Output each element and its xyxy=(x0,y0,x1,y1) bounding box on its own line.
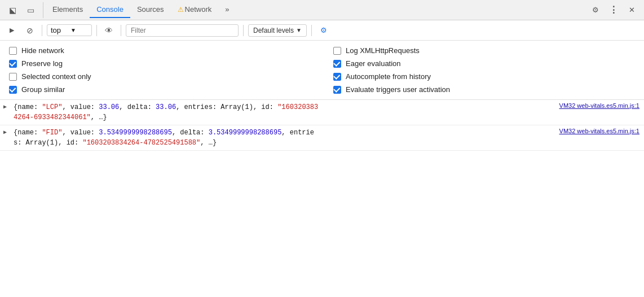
context-select[interactable]: top ▼ xyxy=(47,24,92,36)
checkbox-hide-network[interactable] xyxy=(9,47,17,55)
levels-label: Default levels xyxy=(253,27,294,34)
option-preserve-log[interactable]: Preserve log xyxy=(9,59,311,68)
option-selected-context[interactable]: Selected context only xyxy=(9,72,311,81)
checkbox-log-xmlhttp[interactable] xyxy=(333,47,341,55)
tab-bar: ⬕ ▭ Elements Console Sources ⚠Network » … xyxy=(0,0,644,20)
option-autocomplete[interactable]: Autocomplete from history xyxy=(333,72,635,81)
options-panel: Hide network Log XMLHttpRequests Preserv… xyxy=(0,41,644,100)
warning-icon: ⚠ xyxy=(178,6,184,14)
toolbar-divider-1 xyxy=(42,25,42,36)
option-selected-context-label: Selected context only xyxy=(21,72,91,81)
more-options-button[interactable]: ⋮ xyxy=(606,2,621,18)
option-evaluate-triggers-label: Evaluate triggers user activation xyxy=(346,85,450,94)
option-log-xmlhttp[interactable]: Log XMLHttpRequests xyxy=(333,46,635,55)
checkbox-autocomplete[interactable] xyxy=(333,73,341,81)
tab-more[interactable]: » xyxy=(218,2,236,18)
chevron-down-icon: ▼ xyxy=(70,27,88,33)
cursor-icon-button[interactable]: ⬕ xyxy=(5,2,20,18)
context-value: top xyxy=(51,26,68,34)
console-entry-lcp: ▶ VM32 web-vitals.es5.min.js:1 {name: "L… xyxy=(0,100,644,125)
close-button[interactable]: ✕ xyxy=(624,2,639,18)
eye-button[interactable]: 👁 xyxy=(102,23,116,38)
checkbox-evaluate-triggers[interactable] xyxy=(333,86,341,94)
expand-arrow-fid[interactable]: ▶ xyxy=(3,128,7,137)
option-hide-network[interactable]: Hide network xyxy=(9,46,311,55)
option-eager-eval[interactable]: Eager evaluation xyxy=(333,59,635,68)
tab-icon-group: ⬕ ▭ xyxy=(5,2,43,18)
filter-input[interactable] xyxy=(126,24,239,37)
tab-right-icons: ⚙ ⋮ ✕ xyxy=(588,2,639,18)
device-icon: ▭ xyxy=(27,6,34,15)
toolbar-divider-5 xyxy=(311,25,312,36)
option-autocomplete-label: Autocomplete from history xyxy=(346,72,431,81)
option-eager-eval-label: Eager evaluation xyxy=(346,59,401,68)
settings-gear-button[interactable]: ⚙ xyxy=(316,23,331,38)
eye-icon: 👁 xyxy=(105,26,113,35)
stop-recording-button[interactable]: ▶ xyxy=(5,23,19,38)
dots-vertical-icon: ⋮ xyxy=(609,5,618,15)
checkbox-selected-context[interactable] xyxy=(9,73,17,81)
option-evaluate-triggers[interactable]: Evaluate triggers user activation xyxy=(333,85,635,94)
checkbox-eager-eval[interactable] xyxy=(333,60,341,68)
console-entry-fid: ▶ VM32 web-vitals.es5.min.js:1 {name: "F… xyxy=(0,125,644,151)
option-hide-network-label: Hide network xyxy=(21,46,64,55)
content-area: ▶ ⊘ top ▼ 👁 Default levels ▼ ⚙ Hide net xyxy=(0,20,644,297)
option-group-similar[interactable]: Group similar xyxy=(9,85,311,94)
tab-network[interactable]: ⚠Network xyxy=(171,2,219,18)
levels-button[interactable]: Default levels ▼ xyxy=(248,24,307,37)
source-link-fid[interactable]: VM32 web-vitals.es5.min.js:1 xyxy=(559,126,639,136)
play-icon: ▶ xyxy=(10,27,14,34)
tab-console[interactable]: Console xyxy=(90,2,130,18)
gear-icon: ⚙ xyxy=(592,6,599,14)
expand-arrow-lcp[interactable]: ▶ xyxy=(3,103,7,111)
tab-sources[interactable]: Sources xyxy=(130,2,171,18)
option-group-similar-label: Group similar xyxy=(21,85,65,94)
console-output: ▶ VM32 web-vitals.es5.min.js:1 {name: "L… xyxy=(0,100,644,297)
source-link-lcp[interactable]: VM32 web-vitals.es5.min.js:1 xyxy=(559,101,639,111)
toolbar-divider-4 xyxy=(243,25,244,36)
toolbar-divider-3 xyxy=(121,25,121,36)
tab-elements[interactable]: Elements xyxy=(46,2,90,18)
toolbar: ▶ ⊘ top ▼ 👁 Default levels ▼ ⚙ xyxy=(0,20,644,41)
checkbox-group-similar[interactable] xyxy=(9,86,17,94)
cursor-icon: ⬕ xyxy=(9,6,16,15)
device-icon-button[interactable]: ▭ xyxy=(23,2,38,18)
clear-button[interactable]: ⊘ xyxy=(23,23,37,38)
checkbox-preserve-log[interactable] xyxy=(9,60,17,68)
levels-chevron-icon: ▼ xyxy=(296,27,302,33)
ban-icon: ⊘ xyxy=(27,26,33,35)
gear-blue-icon: ⚙ xyxy=(320,26,327,34)
close-icon: ✕ xyxy=(629,6,635,14)
toolbar-divider-2 xyxy=(96,25,97,36)
settings-button[interactable]: ⚙ xyxy=(588,2,603,18)
option-log-xmlhttp-label: Log XMLHttpRequests xyxy=(346,46,420,55)
option-preserve-log-label: Preserve log xyxy=(21,59,63,68)
